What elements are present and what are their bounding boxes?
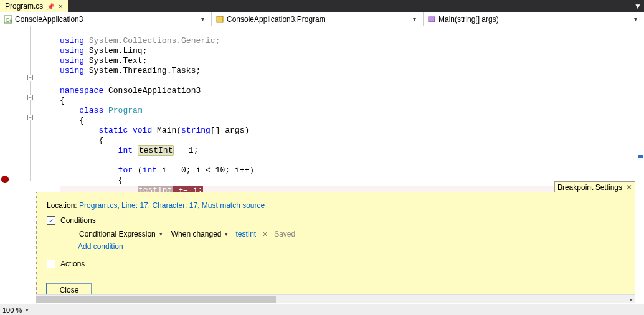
location-link[interactable]: Program.cs, Line: 17, Character: 17, Mus…: [79, 201, 265, 210]
scrollbar-thumb[interactable]: [36, 296, 276, 303]
code-token: {: [60, 116, 84, 125]
actions-checkbox[interactable]: [47, 260, 55, 268]
code-token: int: [60, 146, 133, 155]
code-token: {: [60, 176, 123, 185]
code-editor[interactable]: − − − using System.Collections.Generic; …: [0, 26, 644, 182]
project-dropdown[interactable]: C# ConsoleApplication3 ▾: [0, 12, 212, 26]
actions-label: Actions: [60, 260, 85, 268]
document-tab-program-cs[interactable]: Program.cs 📌 ✕: [0, 0, 68, 12]
svg-text:C#: C#: [6, 17, 12, 23]
location-label: Location:: [47, 201, 79, 210]
code-token: string: [181, 126, 211, 135]
code-token: namespace: [60, 86, 103, 95]
chevron-down-icon: ▾: [225, 231, 228, 237]
chevron-down-icon[interactable]: ▾: [26, 307, 29, 313]
fold-line: [30, 26, 31, 75]
code-token: = 1;: [174, 146, 198, 155]
conditions-checkbox[interactable]: ✓: [47, 216, 55, 225]
code-token: Program: [103, 106, 142, 115]
chevron-down-icon: ▼: [634, 2, 642, 11]
code-token: System.Collections.Generic;: [84, 36, 220, 45]
fold-toggle[interactable]: −: [27, 95, 33, 100]
svg-rect-2: [217, 16, 223, 22]
close-icon[interactable]: ✕: [626, 183, 632, 192]
saved-indicator: Saved: [274, 230, 295, 238]
horizontal-scrollbar[interactable]: ◂ ▸: [36, 294, 635, 303]
class-dropdown[interactable]: ConsoleApplication3.Program ▾: [212, 12, 424, 26]
breakpoint-settings-panel: Location: Program.cs, Line: 17, Characte…: [36, 192, 635, 298]
code-token: System.Threading.Tasks;: [84, 66, 201, 75]
conditions-label: Conditions: [60, 216, 96, 225]
pin-icon[interactable]: 📌: [47, 3, 54, 10]
method-name: Main(string[] args): [438, 15, 499, 24]
class-icon: [215, 15, 224, 24]
code-token: static: [60, 126, 128, 135]
zoom-level[interactable]: 100 %: [2, 306, 22, 314]
condition-mode-dropdown[interactable]: When changed ▾: [170, 230, 230, 238]
code-token: [133, 146, 138, 155]
condition-mode-value: When changed: [171, 230, 222, 238]
code-token: using: [60, 36, 84, 45]
project-name: ConsoleApplication3: [15, 15, 83, 24]
code-token: {: [60, 96, 65, 105]
code-token: using: [60, 46, 84, 55]
chevron-down-icon: ▾: [409, 16, 419, 22]
overview-marker: [638, 155, 643, 158]
code-token: System.Text;: [84, 56, 147, 65]
code-token: [] args): [211, 126, 249, 135]
remove-condition-button[interactable]: ✕: [262, 230, 268, 238]
panel-title: Breakpoint Settings: [557, 183, 622, 192]
tab-overflow-button[interactable]: ▼: [632, 0, 644, 12]
fold-toggle[interactable]: −: [27, 75, 33, 80]
navigation-bar: C# ConsoleApplication3 ▾ ConsoleApplicat…: [0, 12, 644, 26]
fold-toggle[interactable]: −: [27, 115, 33, 120]
close-button-label: Close: [60, 286, 79, 294]
document-tab-bar: Program.cs 📌 ✕ ▼: [0, 0, 644, 12]
code-token: Main(: [152, 126, 181, 135]
code-area[interactable]: using System.Collections.Generic; using …: [24, 26, 629, 182]
editor-footer: 100 % ▾: [0, 304, 644, 315]
code-token: using: [60, 56, 84, 65]
class-name: ConsoleApplication3.Program: [227, 15, 326, 24]
code-token: System.Linq;: [84, 46, 147, 55]
code-token: using: [60, 66, 84, 75]
condition-expression[interactable]: testInt: [235, 230, 256, 238]
code-token: class: [60, 106, 103, 115]
breakpoint-glyph[interactable]: [1, 176, 9, 183]
member-dropdown[interactable]: Main(string[] args) ▾: [424, 12, 644, 26]
add-condition-link[interactable]: Add condition: [78, 242, 625, 251]
actions-row: Actions: [47, 260, 625, 268]
method-icon: [427, 15, 436, 24]
code-token: int: [143, 166, 157, 175]
condition-entry: Conditional Expression ▾ When changed ▾ …: [78, 230, 625, 238]
condition-type-value: Conditional Expression: [79, 230, 156, 238]
tab-label: Program.cs: [5, 2, 43, 11]
chevron-down-icon: ▾: [630, 16, 640, 22]
code-token: ConsoleApplication3: [103, 86, 201, 95]
condition-type-dropdown[interactable]: Conditional Expression ▾: [78, 230, 164, 238]
editor-gutter: [0, 26, 24, 182]
code-token: (: [133, 166, 143, 175]
chevron-down-icon: ▾: [159, 231, 163, 237]
close-icon[interactable]: ✕: [58, 3, 63, 10]
code-token: void: [128, 126, 152, 135]
code-token: i = 0; i < 10; i++): [157, 166, 254, 175]
code-token: {: [60, 136, 103, 145]
conditions-row: ✓ Conditions: [47, 216, 625, 225]
code-token: for: [60, 166, 133, 175]
highlight-reference: testInt: [138, 145, 174, 156]
svg-rect-3: [429, 17, 435, 22]
csharp-project-icon: C#: [4, 15, 12, 24]
scroll-right-icon[interactable]: ▸: [627, 295, 635, 304]
location-row: Location: Program.cs, Line: 17, Characte…: [47, 201, 625, 210]
chevron-down-icon: ▾: [197, 16, 207, 22]
